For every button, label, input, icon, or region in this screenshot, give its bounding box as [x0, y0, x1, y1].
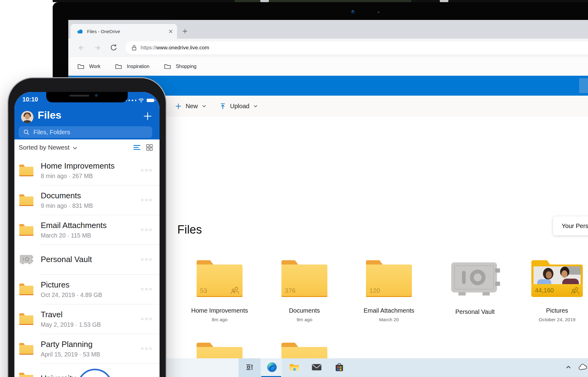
list-item-travel[interactable]: TravelMay 2, 2019 · 1.53 GB — [14, 304, 160, 334]
tab-close-icon[interactable] — [169, 29, 173, 33]
item-name: Home Improvements — [41, 161, 115, 171]
tile-personal-vault[interactable]: Personal Vault — [446, 260, 504, 315]
tray-onedrive-button[interactable] — [578, 364, 588, 371]
edge-taskbar-button[interactable] — [267, 362, 277, 372]
tray-show-hidden-button[interactable] — [566, 366, 571, 369]
suite-header-tile[interactable] — [579, 78, 588, 93]
forward-arrow-icon — [93, 44, 101, 52]
list-item-personal-vault[interactable]: Personal Vault — [14, 245, 160, 274]
chevron-down-icon — [202, 105, 206, 108]
signal-dot-icon — [129, 100, 130, 101]
phone-notch — [46, 92, 128, 102]
tile-documents[interactable]: 376 Documents 9m ago — [275, 260, 334, 322]
new-tab-button[interactable] — [182, 28, 188, 35]
search-icon — [23, 129, 30, 135]
folder-icon — [19, 373, 33, 377]
wifi-icon — [138, 98, 144, 103]
photo-thumbnail — [533, 266, 581, 285]
item-menu-button[interactable] — [141, 348, 152, 350]
speaker-icon — [70, 95, 89, 97]
tile-name: Pictures — [528, 307, 586, 314]
list-item-pictures[interactable]: PicturesOct 24, 2019 · 4.89 GB — [14, 274, 160, 304]
tile-pictures[interactable]: 44,160 Pictures October 24, 2019 — [528, 260, 586, 322]
search-input[interactable]: Files, Folders — [19, 126, 152, 138]
tile-home-improvements[interactable]: 53 Home Improvements 8m ago — [190, 260, 249, 322]
mail-icon — [312, 364, 322, 371]
grid-view-icon[interactable] — [146, 144, 153, 151]
microsoft-store-button[interactable] — [335, 362, 344, 372]
mail-button[interactable] — [312, 364, 322, 371]
folder-icon: 120 — [366, 260, 412, 297]
folder-icon — [19, 165, 33, 176]
item-meta: 9 min ago · 831 MB — [41, 202, 93, 209]
microsoft-store-icon — [335, 362, 344, 372]
item-menu-button[interactable] — [141, 318, 152, 320]
tile-meta: October 24, 2019 — [528, 317, 586, 322]
laptop-lid-edge — [53, 0, 588, 2]
item-menu-button[interactable] — [141, 258, 152, 261]
tile-name: Documents — [275, 307, 334, 314]
signal-dot-icon — [132, 100, 133, 101]
tile-meta: 9m ago — [275, 317, 334, 322]
file-explorer-icon — [289, 363, 300, 372]
upload-button[interactable]: Upload — [220, 103, 258, 110]
item-name: Email Attachments — [41, 221, 107, 230]
item-menu-button[interactable] — [141, 199, 152, 201]
sort-selector[interactable]: Sorted by Newest — [19, 144, 70, 151]
file-explorer-button[interactable] — [289, 363, 300, 372]
plus-icon — [143, 112, 152, 121]
avatar-photo — [21, 111, 33, 123]
url-scheme: https:// — [141, 45, 156, 51]
sort-bar: Sorted by Newest — [14, 139, 160, 155]
address-bar[interactable]: https://www.onedrive.live.com — [125, 41, 588, 55]
bookmark-shopping[interactable]: Shopping — [164, 63, 197, 69]
folder-icon — [19, 224, 33, 236]
page-title: Files — [177, 223, 202, 236]
tile-meta: 8m ago — [190, 317, 249, 322]
phone-page-title: Files — [38, 109, 61, 121]
chevron-down-icon — [73, 147, 77, 150]
webcam-led-icon — [378, 11, 379, 13]
view-toggles — [133, 144, 153, 151]
folder-outline-icon — [77, 63, 84, 69]
file-list: Home Improvements8 min ago · 267 MB Docu… — [14, 155, 160, 377]
bookmark-inspiration[interactable]: Inspiration — [115, 63, 149, 69]
list-item-documents[interactable]: Documents9 min ago · 831 MB — [14, 185, 160, 215]
chevron-up-icon — [566, 366, 571, 369]
bookmark-work[interactable]: Work — [77, 63, 100, 69]
tile-name: Personal Vault — [446, 308, 504, 315]
folder-icon: 53 — [197, 260, 243, 297]
task-view-button[interactable] — [246, 363, 254, 371]
item-menu-button[interactable] — [141, 288, 152, 291]
tile-name: Home Improvements — [190, 307, 249, 314]
forward-button[interactable] — [92, 43, 103, 53]
add-button[interactable] — [143, 112, 152, 121]
list-item-email-attachments[interactable]: Email AttachmentsMarch 20 · 115 MB — [14, 215, 160, 245]
tile-name: Email Attachments — [360, 307, 418, 314]
browser-tab[interactable]: Files - OneDrive — [70, 24, 177, 39]
list-item-home-improvements[interactable]: Home Improvements8 min ago · 267 MB — [14, 155, 160, 185]
refresh-button[interactable] — [108, 43, 119, 53]
avatar[interactable] — [21, 111, 33, 123]
list-view-icon[interactable] — [133, 145, 141, 150]
list-item-party-planning[interactable]: Party PlanningApril 15, 2019 · 53 MB — [14, 334, 160, 364]
item-menu-button[interactable] — [141, 229, 152, 231]
url-host: www.onedrive.live.com — [156, 45, 209, 51]
battery-icon — [147, 99, 154, 102]
status-icons — [125, 98, 154, 103]
item-meta: April 15, 2019 · 53 MB — [41, 351, 100, 358]
tile-email-attachments[interactable]: 120 Email Attachments March 20 — [360, 260, 418, 322]
screenshot-stage: Files - OneDrive — [0, 0, 588, 377]
item-meta: 8 min ago · 267 MB — [41, 173, 115, 180]
folder-item-count: 120 — [369, 287, 380, 294]
item-name: Personal Vault — [41, 255, 92, 264]
item-menu-button[interactable] — [141, 169, 152, 172]
item-name: Documents — [41, 191, 93, 200]
folder-icon — [19, 194, 33, 206]
folder-outline-icon — [164, 63, 171, 69]
chevron-down-icon — [254, 105, 258, 108]
back-button[interactable] — [76, 43, 87, 53]
new-button[interactable]: New — [175, 103, 206, 110]
edge-active-underline — [261, 376, 281, 377]
personal-vault-callout[interactable]: Your Perso — [553, 216, 588, 235]
